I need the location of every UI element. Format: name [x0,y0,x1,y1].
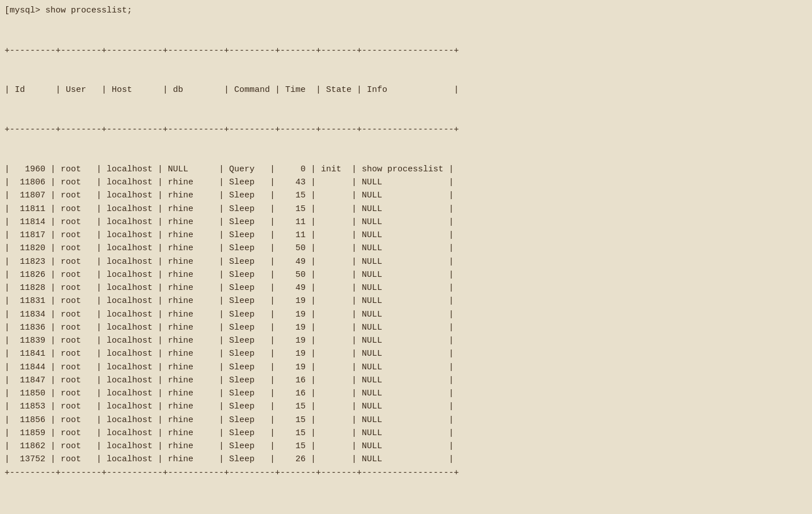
table-row: | 11817 | root | localhost | rhine | Sle… [5,229,807,242]
table-row: | 11814 | root | localhost | rhine | Sle… [5,216,807,229]
table-row: | 11844 | root | localhost | rhine | Sle… [5,361,807,374]
table-row: | 11839 | root | localhost | rhine | Sle… [5,334,807,347]
top-separator: +---------+--------+-----------+--------… [5,44,807,57]
table-rows: | 1960 | root | localhost | NULL | Query… [5,163,807,479]
table-row: | 11807 | root | localhost | rhine | Sle… [5,189,807,202]
table-container: +---------+--------+-----------+--------… [5,18,807,505]
table-row: | 11834 | root | localhost | rhine | Sle… [5,308,807,321]
terminal-window: [mysql> show processlist; +---------+---… [5,6,807,505]
table-row: | 11826 | root | localhost | rhine | Sle… [5,268,807,281]
table-row: | 11811 | root | localhost | rhine | Sle… [5,203,807,216]
table-row: | 11847 | root | localhost | rhine | Sle… [5,374,807,387]
table-row: | 11823 | root | localhost | rhine | Sle… [5,255,807,268]
table-row: | 11806 | root | localhost | rhine | Sle… [5,176,807,189]
header-separator: +---------+--------+-----------+--------… [5,123,807,136]
table-row: | 11862 | root | localhost | rhine | Sle… [5,440,807,453]
table-row: | 11850 | root | localhost | rhine | Sle… [5,387,807,400]
table-row: | 11836 | root | localhost | rhine | Sle… [5,321,807,334]
table-row: | 11853 | root | localhost | rhine | Sle… [5,400,807,413]
table-row: | 13752 | root | localhost | rhine | Sle… [5,453,807,466]
prompt-line: [mysql> show processlist; [5,6,807,15]
table-row: | 11859 | root | localhost | rhine | Sle… [5,427,807,440]
table-row: | 11820 | root | localhost | rhine | Sle… [5,242,807,255]
table-row: | 11831 | root | localhost | rhine | Sle… [5,294,807,307]
table-row-partial: +---------+--------+-----------+--------… [5,466,807,479]
table-header: | Id | User | Host | db | Command | Time… [5,83,807,96]
table-row: | 1960 | root | localhost | NULL | Query… [5,163,807,176]
table-row: | 11856 | root | localhost | rhine | Sle… [5,414,807,427]
table-row: | 11841 | root | localhost | rhine | Sle… [5,347,807,360]
table-row: | 11828 | root | localhost | rhine | Sle… [5,281,807,294]
